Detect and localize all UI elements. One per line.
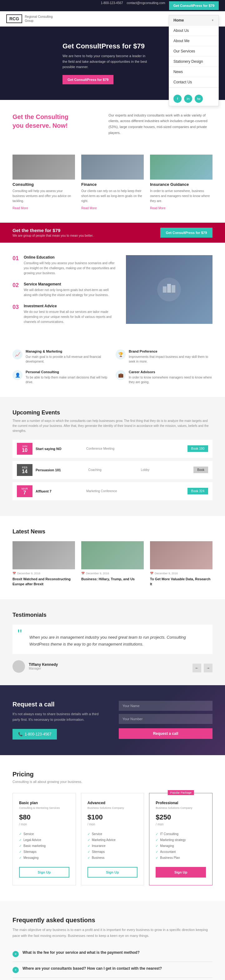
- hero-content: Get ConsultPress for $79 We are here to …: [62, 42, 150, 84]
- social-links: f in tw: [174, 95, 214, 103]
- brand-title: Brand Preference: [129, 350, 212, 353]
- author-name: Tiffany Kennedy: [29, 662, 58, 667]
- event-row-1: JAN 10 Start saying NO Conference Meetin…: [13, 440, 212, 458]
- news-2-title[interactable]: Business: Hillary, Trump, and Us: [81, 576, 144, 582]
- event-3-date: MAR 7: [17, 485, 32, 497]
- insurance-read-more[interactable]: Read More: [150, 207, 165, 210]
- event-1-type: Conference Meeting: [86, 447, 134, 450]
- service-cards-section: Consulting Consulting will help you asse…: [0, 148, 225, 223]
- services-intro-heading: Get the Consulting you deserve. Now!: [13, 113, 99, 136]
- event-2-button[interactable]: Book: [193, 466, 208, 473]
- advanced-plan-features: Service Marketing Advice Insurance Sitem…: [88, 831, 138, 861]
- hero-title: Get ConsultPress for $79: [62, 42, 150, 50]
- logo-mark: RCG: [6, 14, 22, 23]
- request-left-content: Request a call It's not always easy to s…: [13, 701, 106, 740]
- hero-cta-button[interactable]: Get ConsultPress for $79: [62, 75, 113, 84]
- news-1-title[interactable]: Brexit Watched and Reconstructing Europe…: [13, 576, 75, 587]
- twitter-icon[interactable]: tw: [195, 95, 203, 103]
- nav-arrow-home: ▼: [211, 19, 214, 22]
- brand-desc: Improvements that impact business and ma…: [129, 355, 212, 364]
- consulting-read-more[interactable]: Read More: [13, 207, 28, 210]
- request-phone-button[interactable]: 📞 1-800-123-4567: [13, 729, 57, 740]
- advanced-signup-button[interactable]: Sign Up: [88, 867, 138, 878]
- basic-plan-features: Service Legal Advice Basic marketing Sit…: [19, 831, 69, 861]
- consulting-description: Consulting will help you assess your bus…: [13, 189, 75, 204]
- features-list: 01 Online Education Consulting will help…: [13, 255, 116, 331]
- testimonial-quote: When you are in management industry you …: [20, 631, 205, 648]
- faq-1-question: What is the fee for your service and wha…: [22, 950, 140, 955]
- nav-item-news[interactable]: News: [169, 67, 219, 77]
- faq-intro: The main objective of any business is to…: [13, 927, 212, 939]
- finance-read-more[interactable]: Read More: [81, 207, 97, 210]
- svg-rect-1: [163, 286, 167, 293]
- nav-item-stationery[interactable]: Stationery Design: [169, 57, 219, 67]
- logo-subtitle: Regional ConsultingGroup: [25, 15, 53, 23]
- feature-1: 01 Online Education Consulting will help…: [13, 255, 116, 276]
- pricing-subtitle: Consulting is all about growing your bus…: [13, 780, 212, 784]
- logo: RCG Regional ConsultingGroup: [6, 14, 53, 23]
- topbar: 1-800-123-4567 contact@rcgconsulting.com…: [0, 0, 225, 11]
- news-2-date: 📅 December 9, 2016: [81, 572, 144, 575]
- event-row-3: MAR 7 Affluent 7 Marketing Conference Bo…: [13, 482, 212, 500]
- linkedin-icon[interactable]: in: [184, 95, 192, 103]
- news-1-date: 📅 December 9, 2016: [13, 572, 75, 575]
- mini-services-section: 📈 Managing & Marketing Our main goal is …: [0, 343, 225, 397]
- request-submit-button[interactable]: Request a call: [119, 728, 212, 739]
- hero-subtitle: We are here to help your company become …: [62, 53, 150, 70]
- service-card-insurance: Insurance Guidance In order to arrive so…: [150, 154, 212, 210]
- topbar-phone: 1-800-123-4567: [101, 1, 123, 10]
- testimonial-next-button[interactable]: →: [204, 663, 212, 672]
- facebook-icon[interactable]: f: [174, 95, 182, 103]
- event-3-button[interactable]: Book 324: [187, 488, 208, 494]
- consulting-image: [13, 154, 75, 180]
- pro-signup-button[interactable]: Sign Up: [156, 867, 206, 878]
- features-image: [126, 255, 212, 331]
- request-name-input[interactable]: [119, 701, 212, 711]
- faq-item-2[interactable]: + Where are your consultants based? How …: [13, 962, 212, 978]
- request-title: Request a call: [13, 701, 106, 708]
- testimonial-author: Tiffany Kennedy Manager ← →: [13, 660, 212, 673]
- request-phone-input[interactable]: [119, 714, 212, 724]
- cta-banner: Get the theme for $79 We are group of pe…: [0, 223, 225, 243]
- feature-1-title: Online Education: [24, 255, 116, 259]
- event-2-type: Coaching: [88, 468, 137, 472]
- news-3-title[interactable]: To Get More Valuable Data, Research It: [150, 576, 212, 587]
- faq-item-3[interactable]: + As a consultant, will I have an opport…: [13, 978, 212, 980]
- testimonials-title: Testimonials: [13, 612, 212, 618]
- features-photo: [126, 255, 212, 324]
- cta-banner-button[interactable]: Get ConsultPress for $79: [160, 228, 212, 238]
- marketing-icon: 📈: [13, 350, 22, 360]
- pricing-advanced: Advanced Business Solutions Company $100…: [81, 793, 144, 885]
- nav-item-our-services[interactable]: Our Services: [169, 46, 219, 57]
- nav-item-about-me[interactable]: About Me: [169, 36, 219, 46]
- services-heading-line2: you deserve.: [13, 122, 51, 129]
- events-section: Upcoming Events There are a number of wa…: [0, 397, 225, 516]
- testimonial-prev-button[interactable]: ←: [193, 663, 201, 672]
- news-2-image: [81, 541, 144, 570]
- feature-2-desc: We will deliver not only long-term goals…: [24, 288, 116, 298]
- news-3-date: 📅 December 9, 2016: [150, 572, 212, 575]
- basic-signup-button[interactable]: Sign Up: [19, 867, 69, 878]
- event-1-name: Start saying NO: [36, 447, 83, 451]
- finance-image: [81, 154, 144, 180]
- pro-plan-subtitle: Business Solutions Company: [156, 807, 206, 810]
- faq-item-1[interactable]: + What is the fee for your service and w…: [13, 946, 212, 962]
- basic-plan-period: / mon: [19, 822, 69, 826]
- faq-section: Frequently asked questions The main obje…: [0, 901, 225, 980]
- nav-item-home[interactable]: Home ▼: [169, 15, 219, 25]
- pro-plan-period: / mon: [156, 822, 206, 826]
- feature-1-desc: Consulting will help you assess your bus…: [24, 261, 116, 276]
- personal-icon: 👤: [13, 370, 22, 380]
- advanced-plan-subtitle: Business Solutions Company: [88, 807, 138, 810]
- nav-item-contact[interactable]: Contact Us: [169, 77, 219, 88]
- features-section: 01 Online Education Consulting will help…: [0, 243, 225, 343]
- basic-plan-price: $80: [19, 813, 69, 821]
- request-form: Request a call: [119, 701, 212, 739]
- nav-item-about-us[interactable]: About Us: [169, 25, 219, 36]
- event-2-name: Persuasion 101: [36, 468, 85, 472]
- insurance-image: [150, 154, 212, 180]
- mini-service-career: 💼 Career Advisors In order to know somew…: [116, 370, 212, 385]
- event-1-button[interactable]: Book 190: [187, 445, 208, 452]
- topbar-cta-button[interactable]: Get ConsultPress for $79: [169, 1, 219, 10]
- news-3-image: [150, 541, 212, 570]
